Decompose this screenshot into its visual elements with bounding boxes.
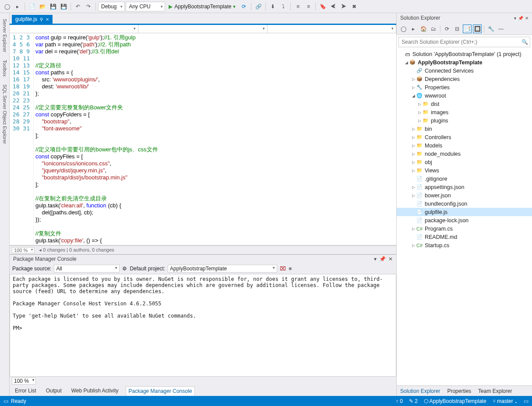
nav-type-select[interactable]	[138, 25, 267, 33]
window-menu-icon[interactable]: ▾	[374, 256, 377, 262]
next-bookmark-icon[interactable]: ⮞	[339, 2, 349, 11]
nav-back-icon[interactable]: ◯	[399, 24, 408, 33]
gear-icon[interactable]: ⚙	[122, 266, 127, 272]
save-icon[interactable]: 💾	[48, 2, 58, 11]
redo-icon[interactable]: ↷	[84, 2, 93, 11]
tab-web-publish[interactable]: Web Publish Activity	[69, 386, 121, 395]
tree-node[interactable]: ▷📦Dependencies	[397, 75, 532, 83]
tab-error-list[interactable]: Error List	[12, 386, 39, 395]
pmc-title-label: Package Manager Console	[13, 256, 77, 262]
run-target-label: ApplyBootstrapTemplate	[174, 4, 231, 10]
tree-node[interactable]: ▷📁plugins	[397, 116, 532, 125]
doc-tab-gulpfile[interactable]: gulpfile.js ⚲ ✕	[12, 15, 53, 24]
tab-pmc[interactable]: Package Manager Console	[126, 386, 195, 396]
window-menu-icon[interactable]: ▾	[514, 16, 516, 21]
undo-icon[interactable]: ↶	[73, 2, 83, 11]
bookmark-icon[interactable]: 🔖	[318, 2, 328, 11]
close-icon[interactable]: ✕	[525, 16, 528, 21]
pmc-zoom-select[interactable]: 100 %	[12, 378, 36, 385]
refresh-icon[interactable]: ⟳	[239, 2, 249, 11]
start-debug-button[interactable]: ▶ ApplyBootstrapTemplate ▾	[166, 2, 238, 11]
step-over-icon[interactable]: ⤵	[278, 2, 288, 11]
tree-node[interactable]: 📄README.md	[397, 233, 532, 241]
tree-node[interactable]: ▷📁bin	[397, 125, 532, 133]
tree-node[interactable]: ▷🔧Properties	[397, 83, 532, 91]
view-menu-icon[interactable]: —	[497, 24, 505, 33]
close-icon[interactable]: ✕	[46, 17, 49, 22]
properties-icon[interactable]: 🔧	[486, 24, 495, 33]
pin-icon[interactable]: ⚲	[40, 17, 43, 22]
new-project-icon[interactable]: 📄	[27, 2, 37, 11]
pmc-output[interactable]: Each package is licensed to you by its o…	[10, 274, 396, 377]
project-status[interactable]: ⬡ ApplyBootstrapTemplate	[424, 398, 486, 404]
tree-node[interactable]: 📄package-lock.json	[397, 216, 532, 224]
home-icon[interactable]: 🏠	[419, 24, 428, 33]
notifications-icon[interactable]: ▭	[524, 398, 528, 404]
indent-more-icon[interactable]: ≡	[303, 2, 313, 11]
tree-node[interactable]: ▷📁images	[397, 108, 532, 116]
stop-icon[interactable]: ■	[289, 266, 292, 272]
code-area[interactable]: const gulp = require('gulp');//1. 引用gulp…	[34, 33, 396, 245]
tree-node[interactable]: ▷📄bower.json	[397, 191, 532, 200]
tree-node[interactable]: 🔗Connected Services	[397, 66, 532, 75]
tree-node[interactable]: ▷📄appsettings.json	[397, 183, 532, 191]
close-icon[interactable]: ✕	[388, 256, 393, 262]
document-tab-well: gulpfile.js ⚲ ✕	[10, 13, 396, 24]
nav-member-select[interactable]	[268, 25, 396, 33]
config-select[interactable]: Debug	[98, 2, 125, 11]
tree-node[interactable]: ▷C#Program.cs	[397, 224, 532, 233]
clear-console-icon[interactable]: ⌧	[280, 266, 286, 272]
browser-link-icon[interactable]: 🔗	[254, 2, 263, 11]
solution-tree[interactable]: 🗃Solution 'ApplyBootstrapTemplate' (1 pr…	[397, 49, 532, 385]
tree-node[interactable]: 📄gulpfile.js	[397, 208, 532, 216]
code-editor[interactable]: 1 2 3 4 5 6 7 8 9 10 11 12 13 14 15 16 1…	[10, 33, 396, 245]
solution-explorer-panel: Solution Explorer ▾ 📌 ✕ ◯ ▸ 🏠 🗂 ⟳ ⊟ 📑 🔲 …	[396, 13, 532, 396]
platform-select[interactable]: Any CPU	[126, 2, 165, 11]
collapse-all-icon[interactable]: ⊟	[453, 24, 462, 33]
editor-zoom-select[interactable]: 100 %	[12, 247, 35, 253]
tab-output[interactable]: Output	[43, 386, 64, 395]
tree-node[interactable]: ▷📁dist	[397, 100, 532, 108]
tree-node[interactable]: 📄bundleconfig.json	[397, 200, 532, 208]
tree-node[interactable]: ▷📁Controllers	[397, 133, 532, 141]
tree-node[interactable]: 📄.gitignore	[397, 175, 532, 183]
refresh-icon[interactable]: ⟳	[443, 24, 451, 33]
tab-server-explorer[interactable]: Server Explorer	[1, 15, 8, 56]
step-into-icon[interactable]: ⬇	[268, 2, 278, 11]
tab-team-explorer[interactable]: Team Explorer	[475, 387, 515, 396]
prev-bookmark-icon[interactable]: ⮜	[328, 2, 338, 11]
indent-less-icon[interactable]: ≡	[293, 2, 303, 11]
tree-node[interactable]: ▷📁node_modules	[397, 150, 532, 158]
tab-solution-explorer[interactable]: Solution Explorer	[397, 387, 444, 396]
pmc-project-select[interactable]: ApplyBootstrapTemplate	[168, 265, 277, 273]
clear-bookmarks-icon[interactable]: ✖	[349, 2, 359, 11]
search-icon[interactable]: 🔍	[519, 37, 530, 47]
tab-sql-object-explorer[interactable]: SQL Server Object Explorer	[1, 81, 8, 147]
preview-icon[interactable]: 🔲	[473, 24, 482, 33]
tree-node[interactable]: ▷C#Startup.cs	[397, 241, 532, 249]
show-all-files-icon[interactable]: 📑	[463, 24, 472, 33]
tab-toolbox[interactable]: Toolbox	[1, 56, 8, 80]
nav-scope-select[interactable]	[10, 25, 138, 33]
project-node[interactable]: ◢📦ApplyBootstrapTemplate	[397, 58, 532, 66]
changes-status[interactable]: ✎ 2	[409, 398, 418, 404]
tree-node[interactable]: ▷📁obj	[397, 158, 532, 166]
pin-icon[interactable]: 📌	[379, 256, 386, 262]
tree-node[interactable]: ▷📁Models	[397, 141, 532, 150]
sync-icon[interactable]: 🗂	[429, 24, 438, 33]
pin-icon[interactable]: 📌	[518, 16, 523, 21]
solution-search[interactable]: 🔍	[398, 37, 530, 47]
open-file-icon[interactable]: 📂	[38, 2, 47, 11]
tree-node[interactable]: ◢🌐wwwroot	[397, 91, 532, 100]
solution-node[interactable]: 🗃Solution 'ApplyBootstrapTemplate' (1 pr…	[397, 50, 532, 58]
tab-properties[interactable]: Properties	[444, 387, 475, 396]
publish-status[interactable]: ↑ 0	[396, 398, 403, 404]
solution-search-input[interactable]	[399, 37, 519, 47]
nav-back-icon[interactable]: ◯	[2, 2, 12, 11]
nav-fwd-icon[interactable]: ▸	[409, 24, 418, 33]
pmc-source-select[interactable]: All	[54, 265, 120, 273]
nav-fwd-icon[interactable]: ▸	[13, 2, 22, 11]
branch-status[interactable]: ⑂ master ▴	[493, 398, 518, 404]
tree-node[interactable]: ▷📁Views	[397, 166, 532, 175]
save-all-icon[interactable]: 💾	[59, 2, 68, 11]
